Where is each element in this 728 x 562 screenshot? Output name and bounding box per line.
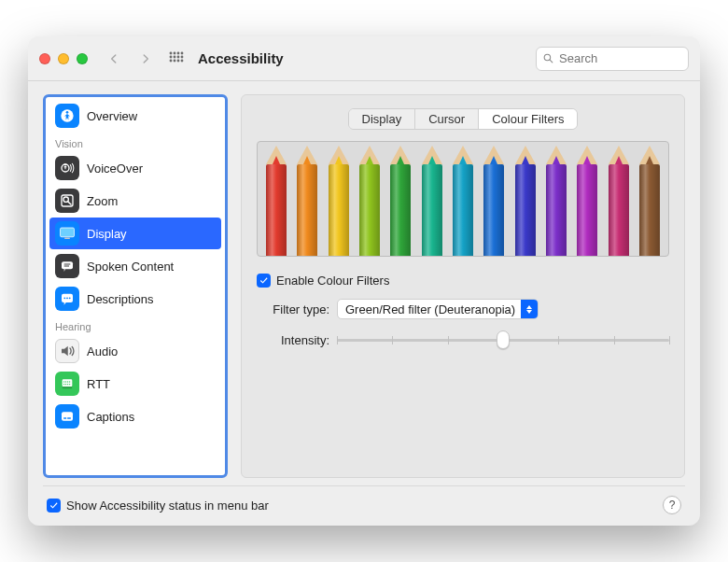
pencil-icon <box>512 142 539 256</box>
sidebar-item-descriptions[interactable]: Descriptions <box>49 283 221 315</box>
overview-icon <box>55 104 79 128</box>
svg-rect-42 <box>67 417 71 418</box>
sidebar-item-rtt[interactable]: RTT <box>49 368 221 400</box>
back-button[interactable] <box>103 48 125 70</box>
svg-rect-21 <box>61 228 75 237</box>
zoom-icon <box>55 189 79 213</box>
sidebar-item-label: Display <box>87 227 127 241</box>
search-icon <box>542 52 554 64</box>
sidebar-item-display[interactable]: Display <box>49 218 221 249</box>
svg-rect-40 <box>62 412 73 420</box>
sidebar-item-captions[interactable]: Captions <box>49 400 221 432</box>
svg-point-3 <box>181 51 184 54</box>
svg-point-28 <box>66 297 68 299</box>
intensity-label: Intensity: <box>257 333 329 347</box>
svg-point-36 <box>63 384 64 385</box>
sidebar-item-label: Captions <box>87 410 134 424</box>
pencil-icon <box>326 142 352 256</box>
svg-point-33 <box>65 381 66 382</box>
footer: Show Accessibility status in menu bar ? <box>43 485 685 516</box>
svg-point-39 <box>69 384 70 385</box>
toolbar: Accessibility <box>28 36 700 81</box>
svg-point-15 <box>66 111 69 114</box>
pencil-icon <box>637 142 663 256</box>
svg-point-17 <box>64 163 66 165</box>
tab-colour-filters[interactable]: Colour Filters <box>479 109 577 129</box>
sidebar-item-audio[interactable]: Audio <box>49 335 221 367</box>
sidebar-item-zoom[interactable]: Zoom <box>49 185 221 217</box>
show-status-checkbox[interactable] <box>47 499 61 513</box>
svg-point-37 <box>65 384 66 385</box>
intensity-slider[interactable] <box>337 330 669 349</box>
pencil-icon <box>294 142 320 256</box>
svg-point-29 <box>69 297 71 299</box>
sidebar-item-label: Zoom <box>87 194 118 208</box>
intensity-slider-knob[interactable] <box>497 330 510 349</box>
show-all-button[interactable] <box>166 49 187 69</box>
svg-point-2 <box>177 51 180 54</box>
close-window-button[interactable] <box>39 53 50 64</box>
svg-point-9 <box>174 59 176 62</box>
svg-point-6 <box>177 55 180 58</box>
select-stepper-icon <box>521 300 538 318</box>
spoken-content-icon <box>55 254 79 278</box>
rtt-icon <box>55 372 79 396</box>
sidebar-item-label: RTT <box>87 377 110 391</box>
zoom-window-button[interactable] <box>77 53 88 64</box>
pencil-icon <box>357 142 383 256</box>
sidebar: Overview Vision VoiceOver Zoom <box>43 94 228 478</box>
svg-point-7 <box>181 55 184 58</box>
svg-rect-31 <box>63 386 73 388</box>
display-icon <box>55 221 79 246</box>
svg-line-13 <box>550 60 553 63</box>
sidebar-item-spoken-content[interactable]: Spoken Content <box>49 250 221 282</box>
help-button[interactable]: ? <box>663 496 681 514</box>
sidebar-item-voiceover[interactable]: VoiceOver <box>49 152 221 184</box>
sidebar-item-overview[interactable]: Overview <box>49 100 221 132</box>
preferences-window: Accessibility Overview Vision <box>28 36 700 526</box>
window-title: Accessibility <box>198 50 284 66</box>
audio-icon <box>55 339 79 363</box>
sidebar-section-vision: Vision <box>48 133 223 151</box>
pencil-icon <box>387 142 413 256</box>
help-icon: ? <box>669 499 676 512</box>
svg-point-11 <box>181 59 184 62</box>
sidebar-item-label: Spoken Content <box>87 260 174 274</box>
svg-point-4 <box>170 55 173 58</box>
tab-cursor[interactable]: Cursor <box>415 109 479 129</box>
svg-rect-22 <box>64 238 70 240</box>
sidebar-section-hearing: Hearing <box>48 316 223 334</box>
svg-point-12 <box>544 54 551 60</box>
svg-point-8 <box>170 59 173 62</box>
svg-line-20 <box>68 202 71 204</box>
svg-point-1 <box>174 51 176 54</box>
search-field[interactable] <box>536 47 689 71</box>
enable-colour-filters-label: Enable Colour Filters <box>276 274 389 288</box>
forward-button[interactable] <box>134 48 157 70</box>
svg-point-35 <box>69 381 70 382</box>
sidebar-item-label: Overview <box>87 109 137 123</box>
window-controls <box>39 53 88 64</box>
pencil-icon <box>481 142 507 256</box>
svg-rect-41 <box>63 417 66 418</box>
filter-type-label: Filter type: <box>257 302 329 316</box>
captions-icon <box>55 404 79 429</box>
svg-point-34 <box>67 381 68 382</box>
content-pane: Display Cursor Colour Filters Enable Col… <box>241 94 685 478</box>
tab-bar: Display Cursor Colour Filters <box>348 108 579 130</box>
filter-type-select[interactable]: Green/Red filter (Deuteranopia) <box>337 299 539 319</box>
descriptions-icon <box>55 287 79 311</box>
pencil-icon <box>606 142 632 256</box>
svg-rect-23 <box>62 261 73 269</box>
minimize-window-button[interactable] <box>58 53 69 64</box>
svg-point-38 <box>67 384 68 385</box>
sidebar-scroll[interactable]: Overview Vision VoiceOver Zoom <box>46 97 225 475</box>
pencil-icon <box>263 142 289 256</box>
tab-display[interactable]: Display <box>349 109 416 129</box>
show-status-label: Show Accessibility status in menu bar <box>66 499 269 513</box>
voiceover-icon <box>55 156 79 180</box>
enable-colour-filters-checkbox[interactable] <box>257 274 271 288</box>
pencil-icon <box>574 142 600 256</box>
svg-point-27 <box>63 297 65 299</box>
search-input[interactable] <box>559 51 682 65</box>
